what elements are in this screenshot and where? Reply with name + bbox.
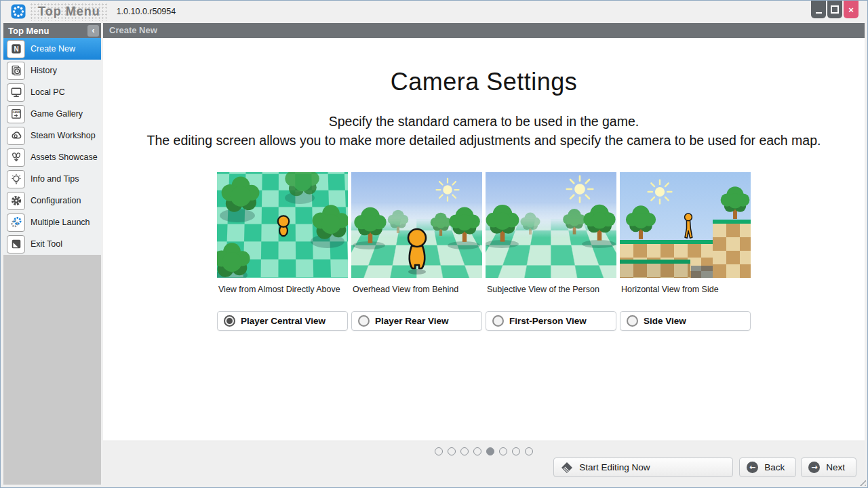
content-area: Create New Camera Settings Specify the s…: [103, 23, 865, 485]
page-dot: [435, 447, 443, 455]
maximize-icon: [831, 5, 839, 14]
sidebar-title: Top Menu: [8, 26, 49, 36]
minimize-icon: [816, 12, 822, 14]
main-area: Top Menu ‹ N Create New History: [3, 23, 865, 485]
exit-tool-icon: [7, 235, 25, 253]
radio-label: Player Rear View: [375, 316, 449, 326]
page-dot: [460, 447, 469, 455]
steam-workshop-icon: [7, 127, 25, 145]
radio-first-person-view[interactable]: First-Person View: [486, 311, 616, 331]
radio-icon: [492, 315, 504, 327]
radio-icon: [358, 315, 370, 327]
sidebar-item-list: N Create New History Local PC GAME: [3, 38, 101, 255]
radio-label: Player Central View: [241, 316, 326, 326]
sidebar-item-label: Create New: [31, 44, 75, 54]
sidebar-filler: [3, 255, 101, 485]
multiple-launch-icon: [7, 214, 25, 232]
option-card-first-person: Subjective View of the Person First-Pers…: [486, 172, 616, 331]
svg-text:GAME: GAME: [12, 111, 20, 114]
wizard-footer: Start Editing Now ← Back → Next: [103, 441, 865, 485]
radio-label: First-Person View: [509, 316, 587, 326]
option-caption: Horizontal View from Side: [621, 284, 749, 306]
sidebar-item-label: Local PC: [31, 87, 65, 97]
sidebar-item-info-and-tips[interactable]: Info and Tips: [3, 168, 101, 190]
app-logo-icon: [11, 4, 26, 19]
arrow-right-icon: →: [808, 462, 820, 473]
page-dot: [499, 447, 507, 455]
radio-side-view[interactable]: Side View: [620, 311, 751, 331]
sidebar-item-label: Steam Workshop: [31, 131, 96, 140]
close-button[interactable]: ×: [844, 1, 859, 18]
page-dot: [473, 447, 481, 455]
radio-player-central-view[interactable]: Player Central View: [217, 311, 348, 331]
radio-icon: [224, 315, 235, 327]
create-new-icon: N: [7, 40, 25, 58]
page-dot: [525, 447, 533, 455]
sidebar-item-label: Configuration: [31, 196, 81, 205]
page-dot: [448, 447, 456, 455]
sidebar-item-create-new[interactable]: N Create New: [3, 38, 101, 60]
sidebar-item-exit-tool[interactable]: Exit Tool: [3, 233, 101, 255]
maximize-button[interactable]: [827, 1, 842, 18]
radio-player-rear-view[interactable]: Player Rear View: [351, 311, 482, 331]
start-editing-button[interactable]: Start Editing Now: [553, 458, 733, 477]
history-icon: [7, 62, 25, 80]
option-caption: Overhead View from Behind: [353, 284, 481, 306]
option-caption: View from Almost Directly Above: [218, 284, 347, 306]
scene-first-person-preview: [486, 172, 616, 278]
option-card-side-view: Horizontal View from Side Side View: [620, 172, 751, 331]
editor-pencil-icon: [561, 462, 573, 474]
footer-buttons: Start Editing Now ← Back → Next: [553, 458, 856, 477]
pagination-dots: [103, 441, 865, 455]
sidebar-item-label: Exit Tool: [31, 239, 62, 249]
sidebar-item-label: Multiple Launch: [31, 218, 90, 227]
sidebar-item-steam-workshop[interactable]: Steam Workshop: [3, 125, 101, 146]
game-gallery-icon: GAME: [7, 105, 25, 123]
arrow-left-icon: ←: [747, 462, 758, 473]
minimize-button[interactable]: [811, 1, 826, 18]
close-icon: ×: [848, 5, 854, 14]
logo-halftone: Top Menu: [30, 3, 108, 21]
next-button[interactable]: → Next: [801, 458, 856, 477]
sidebar: Top Menu ‹ N Create New History: [3, 23, 101, 485]
svg-text:N: N: [14, 45, 18, 53]
next-label: Next: [826, 462, 845, 472]
sidebar-item-assets-showcase[interactable]: Assets Showcase: [3, 146, 101, 168]
version-text: 1.0.10.0.r50954: [117, 7, 176, 16]
scene-side-view-preview: [620, 172, 751, 278]
description-line-1: Specify the standard camera to be used i…: [116, 113, 852, 131]
sidebar-collapse-button[interactable]: ‹: [87, 25, 99, 37]
back-label: Back: [764, 462, 785, 472]
sidebar-item-label: Game Gallery: [31, 109, 83, 119]
app-title: Top Menu: [38, 5, 100, 18]
option-card-player-central: View from Almost Directly Above Player C…: [217, 172, 348, 331]
camera-option-cards: View from Almost Directly Above Player C…: [103, 172, 865, 331]
back-button[interactable]: ← Back: [739, 458, 796, 477]
sidebar-item-local-pc[interactable]: Local PC: [3, 81, 101, 103]
assets-showcase-icon: [7, 148, 25, 167]
info-tips-icon: [7, 170, 25, 188]
configuration-icon: [7, 192, 25, 210]
sidebar-item-game-gallery[interactable]: GAME Game Gallery: [3, 103, 101, 125]
option-card-player-rear: Overhead View from Behind Player Rear Vi…: [351, 172, 482, 331]
radio-label: Side View: [644, 316, 686, 326]
sidebar-header: Top Menu ‹: [3, 23, 101, 38]
page-dot: [486, 447, 494, 455]
sidebar-item-label: History: [31, 66, 57, 75]
description-line-2: The editing screen allows you to make mo…: [116, 131, 852, 150]
app-window: Top Menu 1.0.10.0.r50954 × Top Menu ‹ N …: [0, 0, 868, 488]
start-editing-label: Start Editing Now: [579, 462, 650, 472]
sidebar-item-label: Assets Showcase: [31, 152, 98, 162]
content-body: Camera Settings Specify the standard cam…: [103, 38, 865, 441]
page-dot: [512, 447, 520, 455]
radio-icon: [627, 315, 638, 327]
title-bar: Top Menu 1.0.10.0.r50954 ×: [1, 1, 867, 22]
content-header: Create New: [103, 23, 865, 38]
option-caption: Subjective View of the Person: [487, 284, 615, 306]
page-title: Camera Settings: [103, 68, 865, 96]
local-pc-icon: [7, 83, 25, 102]
sidebar-item-multiple-launch[interactable]: Multiple Launch: [3, 211, 101, 233]
sidebar-item-configuration[interactable]: Configuration: [3, 190, 101, 211]
window-controls: ×: [811, 1, 859, 18]
sidebar-item-history[interactable]: History: [3, 60, 101, 81]
